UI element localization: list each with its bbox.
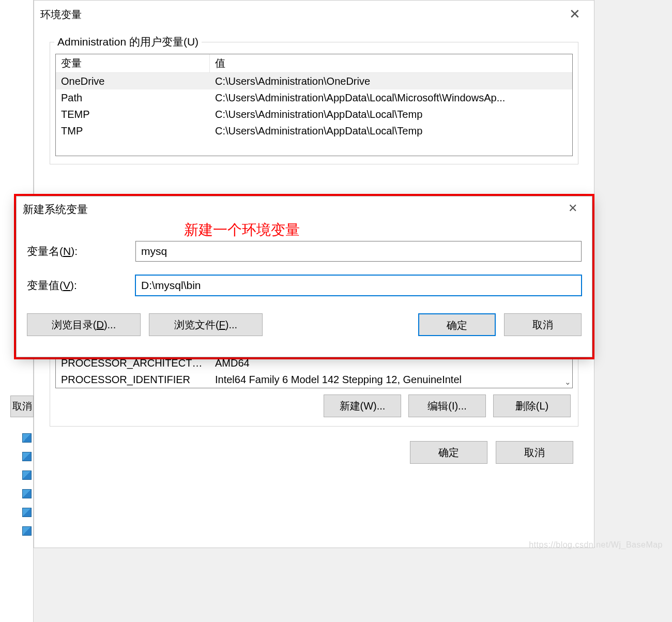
- watermark: https://blog.csdn.net/Wj_BaseMap: [529, 540, 663, 550]
- user-vars-body: OneDriveC:\Users\Administration\OneDrive…: [56, 73, 572, 156]
- var-name: TMP: [56, 124, 210, 138]
- ok-button[interactable]: 确定: [410, 441, 487, 464]
- user-vars-group: Administration 的用户变量(U) 变量 值 OneDriveC:\…: [50, 42, 578, 164]
- var-name: OneDrive: [56, 74, 210, 88]
- title-bar: 环境变量 ✕: [34, 1, 594, 29]
- new-sys-button[interactable]: 新建(W)...: [324, 395, 401, 417]
- annotation-highlight-box: 新建系统变量 ✕ 新建一个环境变量 变量名(N): 变量值(V): 浏览目录(D…: [14, 194, 594, 359]
- new-var-button-row: 浏览目录(D)... 浏览文件(F)... 确定 取消: [17, 309, 592, 336]
- file-icon: [22, 489, 32, 498]
- file-icon: [22, 433, 32, 443]
- close-icon[interactable]: ✕: [560, 200, 586, 219]
- var-value-input[interactable]: [135, 275, 582, 296]
- dialog-title: 环境变量: [40, 8, 562, 22]
- name-label: 变量名(N):: [27, 244, 135, 259]
- new-var-title: 新建系统变量: [23, 202, 88, 217]
- browse-file-button[interactable]: 浏览文件(F)...: [149, 313, 263, 336]
- cancel-button[interactable]: 取消: [504, 313, 582, 336]
- name-field-row: 变量名(N):: [27, 241, 582, 262]
- file-icon: [22, 508, 32, 517]
- cancel-button[interactable]: 取消: [496, 441, 573, 464]
- col-header-name[interactable]: 变量: [56, 54, 210, 72]
- edit-button[interactable]: 编辑(I)...: [408, 395, 486, 417]
- file-icon: [22, 452, 32, 461]
- var-value: C:\Users\Administration\AppData\Local\Mi…: [210, 91, 572, 105]
- table-row[interactable]: TMPC:\Users\Administration\AppData\Local…: [56, 123, 572, 139]
- var-name: TEMP: [56, 108, 210, 122]
- user-vars-label: Administration 的用户变量(U): [54, 35, 202, 49]
- annotation-text: 新建一个环境变量: [184, 220, 300, 240]
- table-row[interactable]: PathC:\Users\Administration\AppData\Loca…: [56, 89, 572, 106]
- new-var-title-bar: 新建系统变量 ✕: [17, 196, 592, 222]
- cancel-button-fragment[interactable]: 取消: [10, 396, 34, 417]
- col-header-value[interactable]: 值: [210, 54, 572, 72]
- table-row[interactable]: PROCESSOR_IDENTIFIERIntel64 Family 6 Mod…: [56, 371, 572, 388]
- var-value: C:\Users\Administration\AppData\Local\Te…: [210, 124, 572, 138]
- table-header: 变量 值: [56, 54, 572, 73]
- value-label: 变量值(V):: [27, 278, 135, 293]
- var-value: C:\Users\Administration\OneDrive: [210, 74, 572, 88]
- file-icon: [22, 526, 32, 536]
- close-icon[interactable]: ✕: [562, 6, 588, 24]
- delete-button[interactable]: 删除(L): [493, 395, 571, 417]
- file-icon: [22, 471, 32, 480]
- scroll-down-icon[interactable]: ⌄: [564, 377, 571, 387]
- var-name: Path: [56, 91, 210, 105]
- value-field-row: 变量值(V):: [27, 275, 582, 296]
- table-row[interactable]: TEMPC:\Users\Administration\AppData\Loca…: [56, 106, 572, 123]
- var-name-input[interactable]: [135, 241, 582, 262]
- var-value: C:\Users\Administration\AppData\Local\Te…: [210, 108, 572, 122]
- user-vars-table[interactable]: 变量 值 OneDriveC:\Users\Administration\One…: [55, 54, 573, 156]
- sys-button-row: 新建(W)... 编辑(I)... 删除(L): [55, 388, 573, 418]
- new-var-body: 变量名(N): 变量值(V):: [17, 222, 592, 296]
- var-value: Intel64 Family 6 Model 142 Stepping 12, …: [210, 373, 572, 387]
- browse-dir-button[interactable]: 浏览目录(D)...: [27, 313, 141, 336]
- dialog-footer: 确定 取消: [34, 432, 594, 464]
- ok-button[interactable]: 确定: [418, 313, 496, 336]
- new-var-dialog: 新建系统变量 ✕ 新建一个环境变量 变量名(N): 变量值(V): 浏览目录(D…: [16, 196, 592, 357]
- table-row[interactable]: OneDriveC:\Users\Administration\OneDrive: [56, 73, 572, 89]
- var-name: PROCESSOR_IDENTIFIER: [56, 373, 210, 387]
